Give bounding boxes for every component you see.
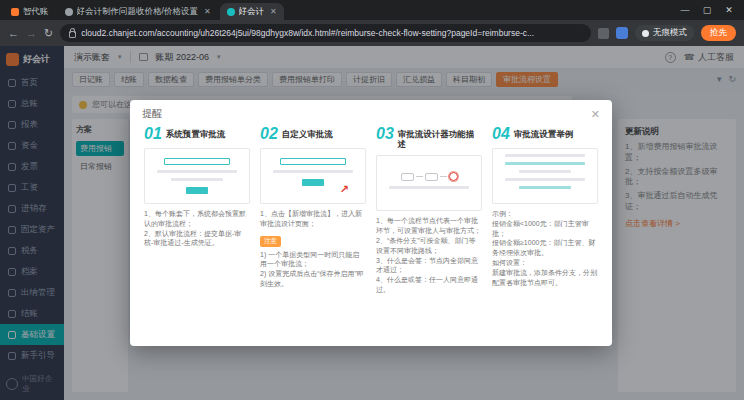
mock-line xyxy=(273,170,352,173)
reload-icon[interactable]: ↻ xyxy=(44,28,53,39)
mock-line xyxy=(505,154,584,157)
browser-tabstrip: 智代账 好会计制作问题收价格/价格设置 ✕ 好会计 ✕ — ▢ ✕ xyxy=(0,0,744,20)
flow-node xyxy=(425,173,438,181)
step-header: 02 自定义审批流 xyxy=(260,126,366,142)
step-number: 01 xyxy=(144,126,162,142)
close-window-button[interactable]: ✕ xyxy=(718,0,740,20)
browser-tab-label: 智代账 xyxy=(23,6,49,18)
mock-line xyxy=(505,162,584,165)
forward-icon[interactable]: → xyxy=(26,28,37,39)
window-controls: — ▢ ✕ xyxy=(674,0,740,20)
flow-connector xyxy=(440,176,447,177)
incognito-icon xyxy=(642,30,649,37)
app-favicon xyxy=(11,8,19,16)
step-preview-flow xyxy=(376,155,482,211)
minimize-button[interactable]: — xyxy=(674,0,696,20)
extensions-icon[interactable] xyxy=(598,28,609,39)
browser-tab-1[interactable]: 好会计制作问题收价格/价格设置 ✕ xyxy=(58,3,218,20)
browser-tab-2[interactable]: 好会计 ✕ xyxy=(220,3,284,20)
step-title: 系统预置审批流 xyxy=(166,126,226,139)
mock-input xyxy=(164,158,231,165)
step-header: 04 审批流设置举例 xyxy=(492,126,598,142)
red-arrow-icon: ↗ xyxy=(340,183,349,196)
step-preview-list xyxy=(492,148,598,204)
extension-app-icon[interactable] xyxy=(616,27,628,39)
url-bar[interactable]: cloud2.chanjet.com/accounting/uh26t264j5… xyxy=(60,24,591,42)
mock-line xyxy=(389,186,468,189)
step-title: 自定义审批流 xyxy=(282,126,333,139)
step-header: 03 审批流设计器功能描述 xyxy=(376,126,482,149)
incognito-label: 无痕模式 xyxy=(653,27,687,39)
maximize-button[interactable]: ▢ xyxy=(696,0,718,20)
mock-line xyxy=(519,186,571,189)
mock-line xyxy=(157,170,236,173)
browser-tab-label: 好会计制作问题收价格/价格设置 xyxy=(77,6,198,18)
tab-close-icon[interactable]: ✕ xyxy=(204,7,211,16)
screen: 智代账 好会计制作问题收价格/价格设置 ✕ 好会计 ✕ — ▢ ✕ ← → ↻ … xyxy=(0,0,744,400)
modal-step-2: 02 自定义审批流 ↗ 1、点击【新增审批流】，进入新审批流设计页面； 注意 1… xyxy=(260,126,366,336)
incognito-badge: 无痕模式 xyxy=(635,25,694,41)
step-notes: 1) 一个单据类型同一时间只能启用一个审批流； 2) 设置完成后点击“保存并启用… xyxy=(260,250,366,289)
browser-tab-0[interactable]: 智代账 xyxy=(4,3,56,20)
tab-close-icon[interactable]: ✕ xyxy=(270,7,277,16)
modal-step-1: 01 系统预置审批流 1、每个账套下，系统都会预置默认的审批流程； 2、默认审批… xyxy=(144,126,250,336)
doc-favicon xyxy=(65,8,73,16)
step-title: 审批流设置举例 xyxy=(514,126,574,139)
browser-toolbar: ← → ↻ cloud2.chanjet.com/accounting/uh26… xyxy=(0,20,744,46)
mock-line xyxy=(505,178,584,181)
step-description: 1、点击【新增审批流】，进入新审批流设计页面； xyxy=(260,209,366,229)
step-number: 04 xyxy=(492,126,510,142)
mock-line xyxy=(519,170,571,173)
step-header: 01 系统预置审批流 xyxy=(144,126,250,142)
app-viewport: 好会计 首页 总账 报表 资金 发票 工资 进销存 固定资产 税务 档案 出纳管… xyxy=(0,46,744,400)
mock-line xyxy=(171,178,223,181)
back-icon[interactable]: ← xyxy=(8,28,19,39)
flow-highlight-node xyxy=(449,172,458,181)
step-number: 03 xyxy=(376,126,394,142)
promo-button[interactable]: 抢先 xyxy=(701,25,736,41)
notice-tag: 注意 xyxy=(260,236,281,247)
url-text: cloud2.chanjet.com/accounting/uh26t264j5… xyxy=(81,28,534,38)
modal-step-3: 03 审批流设计器功能描述 1、每一个流程节点代表一个审批环节 xyxy=(376,126,482,336)
browser-tab-label: 好会计 xyxy=(239,6,265,18)
step-number: 02 xyxy=(260,126,278,142)
modal-body: 01 系统预置审批流 1、每个账套下，系统都会预置默认的审批流程； 2、默认审批… xyxy=(130,124,612,346)
step-preview-form-arrow: ↗ xyxy=(260,148,366,204)
step-description: 1、每个账套下，系统都会预置默认的审批流程； 2、默认审批流程：提交单据-审核-… xyxy=(144,209,250,248)
mock-input xyxy=(280,158,347,165)
mock-button xyxy=(186,187,208,194)
step-description: 1、每一个流程节点代表一个审批环节，可设置审批人与审批方式； 2、“条件分支”可… xyxy=(376,216,482,294)
flow-connector xyxy=(416,176,423,177)
modal-title: 提醒 xyxy=(142,107,162,121)
mock-button xyxy=(302,179,324,186)
flow-diagram xyxy=(377,172,481,181)
step-description: 示例： 报销金额<1000元：部门主管审批； 报销金额≥1000元：部门主管、财… xyxy=(492,209,598,287)
flow-node xyxy=(401,173,414,181)
modal-header: 提醒 ✕ xyxy=(130,100,612,124)
close-icon[interactable]: ✕ xyxy=(591,109,600,120)
step-title: 审批流设计器功能描述 xyxy=(398,126,482,149)
modal-step-4: 04 审批流设置举例 示例： 报销金额<1000元：部门主管审批； 报销金额≥1… xyxy=(492,126,598,336)
lock-icon xyxy=(69,31,76,38)
haokuaiji-favicon xyxy=(227,8,235,16)
reminder-modal: 提醒 ✕ 01 系统预置审批流 1、每个账套下，系统都会预置默认的审批流程； xyxy=(130,100,612,346)
step-preview-form xyxy=(144,148,250,204)
